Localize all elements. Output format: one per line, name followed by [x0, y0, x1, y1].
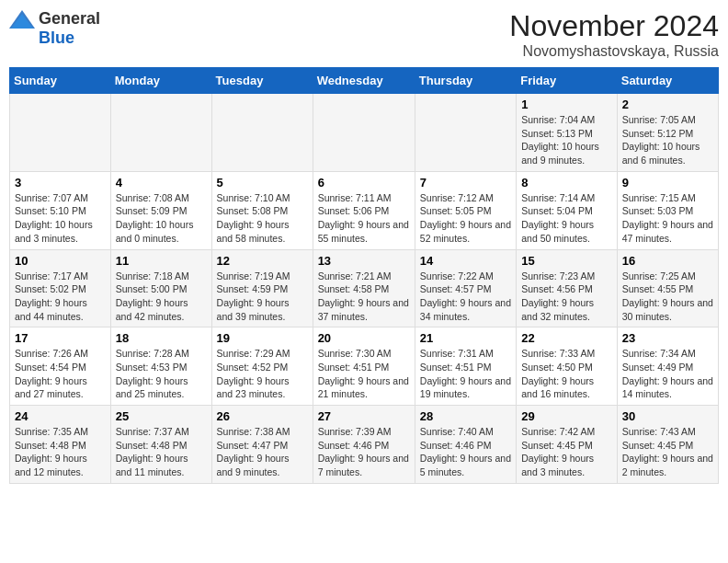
day-info: Sunrise: 7:22 AM Sunset: 4:57 PM Dayligh… — [420, 270, 511, 324]
calendar-cell-33: 29Sunrise: 7:42 AM Sunset: 4:45 PM Dayli… — [517, 406, 618, 484]
calendar-header-wednesday: Wednesday — [313, 68, 415, 94]
day-number: 18 — [116, 331, 207, 345]
calendar-cell-1 — [110, 94, 211, 172]
day-info: Sunrise: 7:07 AM Sunset: 5:10 PM Dayligh… — [15, 191, 106, 246]
day-number: 14 — [420, 254, 511, 268]
day-info: Sunrise: 7:34 AM Sunset: 4:49 PM Dayligh… — [622, 347, 713, 401]
calendar-cell-4 — [415, 94, 516, 172]
day-number: 22 — [521, 331, 612, 345]
day-number: 16 — [622, 254, 713, 268]
calendar-header-tuesday: Tuesday — [211, 68, 313, 94]
day-number: 5 — [217, 176, 308, 190]
calendar-cell-2 — [211, 94, 313, 172]
day-number: 11 — [116, 254, 207, 268]
location-subtitle: Novomyshastovskaya, Russia — [509, 43, 719, 60]
day-info: Sunrise: 7:38 AM Sunset: 4:47 PM Dayligh… — [217, 425, 308, 479]
day-info: Sunrise: 7:05 AM Sunset: 5:12 PM Dayligh… — [622, 113, 713, 167]
day-info: Sunrise: 7:26 AM Sunset: 4:54 PM Dayligh… — [15, 347, 106, 401]
calendar-cell-32: 28Sunrise: 7:40 AM Sunset: 4:46 PM Dayli… — [415, 406, 516, 484]
day-info: Sunrise: 7:11 AM Sunset: 5:06 PM Dayligh… — [318, 191, 410, 246]
calendar-cell-0 — [10, 94, 111, 172]
day-number: 23 — [622, 331, 713, 345]
day-info: Sunrise: 7:40 AM Sunset: 4:46 PM Dayligh… — [420, 425, 511, 479]
day-info: Sunrise: 7:28 AM Sunset: 4:53 PM Dayligh… — [116, 347, 207, 401]
day-info: Sunrise: 7:35 AM Sunset: 4:48 PM Dayligh… — [15, 425, 106, 479]
calendar-cell-24: 20Sunrise: 7:30 AM Sunset: 4:51 PM Dayli… — [313, 327, 415, 406]
calendar-cell-34: 30Sunrise: 7:43 AM Sunset: 4:45 PM Dayli… — [617, 406, 718, 484]
logo-icon — [9, 10, 35, 29]
day-number: 17 — [15, 331, 106, 345]
calendar-cell-28: 24Sunrise: 7:35 AM Sunset: 4:48 PM Dayli… — [10, 406, 111, 484]
day-info: Sunrise: 7:25 AM Sunset: 4:55 PM Dayligh… — [622, 270, 713, 324]
calendar-cell-18: 14Sunrise: 7:22 AM Sunset: 4:57 PM Dayli… — [415, 249, 516, 327]
day-number: 6 — [318, 176, 410, 190]
calendar-cell-19: 15Sunrise: 7:23 AM Sunset: 4:56 PM Dayli… — [517, 249, 618, 327]
day-number: 21 — [420, 331, 511, 345]
calendar-cell-23: 19Sunrise: 7:29 AM Sunset: 4:52 PM Dayli… — [211, 327, 313, 406]
calendar-cell-13: 9Sunrise: 7:15 AM Sunset: 5:03 PM Daylig… — [617, 171, 718, 249]
day-info: Sunrise: 7:12 AM Sunset: 5:05 PM Dayligh… — [420, 191, 511, 246]
calendar-cell-7: 3Sunrise: 7:07 AM Sunset: 5:10 PM Daylig… — [10, 171, 111, 249]
logo-general-text: General — [39, 9, 100, 29]
day-number: 2 — [622, 98, 713, 111]
calendar-cell-26: 22Sunrise: 7:33 AM Sunset: 4:50 PM Dayli… — [517, 327, 618, 406]
calendar-cell-16: 12Sunrise: 7:19 AM Sunset: 4:59 PM Dayli… — [211, 249, 313, 327]
day-number: 13 — [318, 254, 410, 268]
day-info: Sunrise: 7:04 AM Sunset: 5:13 PM Dayligh… — [521, 113, 612, 167]
calendar-cell-31: 27Sunrise: 7:39 AM Sunset: 4:46 PM Dayli… — [313, 406, 415, 484]
calendar-cell-30: 26Sunrise: 7:38 AM Sunset: 4:47 PM Dayli… — [211, 406, 313, 484]
calendar-cell-10: 6Sunrise: 7:11 AM Sunset: 5:06 PM Daylig… — [313, 171, 415, 249]
day-number: 9 — [622, 176, 713, 190]
day-info: Sunrise: 7:42 AM Sunset: 4:45 PM Dayligh… — [521, 425, 612, 479]
calendar-header-monday: Monday — [110, 68, 211, 94]
calendar-header-friday: Friday — [517, 68, 618, 94]
title-section: November 2024 Novomyshastovskaya, Russia — [509, 9, 719, 60]
day-info: Sunrise: 7:39 AM Sunset: 4:46 PM Dayligh… — [318, 425, 410, 479]
day-number: 15 — [521, 254, 612, 268]
calendar-cell-29: 25Sunrise: 7:37 AM Sunset: 4:48 PM Dayli… — [110, 406, 211, 484]
calendar-header-row: SundayMondayTuesdayWednesdayThursdayFrid… — [10, 68, 719, 94]
calendar-header-thursday: Thursday — [415, 68, 516, 94]
logo: General Blue — [9, 9, 100, 48]
calendar-week-row-5: 24Sunrise: 7:35 AM Sunset: 4:48 PM Dayli… — [10, 406, 719, 484]
calendar-cell-15: 11Sunrise: 7:18 AM Sunset: 5:00 PM Dayli… — [110, 249, 211, 327]
calendar-week-row-4: 17Sunrise: 7:26 AM Sunset: 4:54 PM Dayli… — [10, 327, 719, 406]
day-number: 30 — [622, 409, 713, 423]
calendar-cell-14: 10Sunrise: 7:17 AM Sunset: 5:02 PM Dayli… — [10, 249, 111, 327]
day-info: Sunrise: 7:37 AM Sunset: 4:48 PM Dayligh… — [116, 425, 207, 479]
day-number: 26 — [217, 409, 308, 423]
day-info: Sunrise: 7:33 AM Sunset: 4:50 PM Dayligh… — [521, 347, 612, 401]
calendar-cell-8: 4Sunrise: 7:08 AM Sunset: 5:09 PM Daylig… — [110, 171, 211, 249]
calendar-cell-3 — [313, 94, 415, 172]
day-info: Sunrise: 7:30 AM Sunset: 4:51 PM Dayligh… — [318, 347, 410, 401]
calendar-cell-25: 21Sunrise: 7:31 AM Sunset: 4:51 PM Dayli… — [415, 327, 516, 406]
day-number: 1 — [521, 98, 612, 111]
day-info: Sunrise: 7:17 AM Sunset: 5:02 PM Dayligh… — [15, 270, 106, 324]
day-number: 25 — [116, 409, 207, 423]
day-info: Sunrise: 7:08 AM Sunset: 5:09 PM Dayligh… — [116, 191, 207, 246]
day-number: 27 — [318, 409, 410, 423]
day-info: Sunrise: 7:14 AM Sunset: 5:04 PM Dayligh… — [521, 191, 612, 246]
day-number: 7 — [420, 176, 511, 190]
day-number: 28 — [420, 409, 511, 423]
calendar-cell-5: 1Sunrise: 7:04 AM Sunset: 5:13 PM Daylig… — [517, 94, 618, 172]
day-info: Sunrise: 7:19 AM Sunset: 4:59 PM Dayligh… — [217, 270, 308, 324]
day-number: 20 — [318, 331, 410, 345]
calendar-cell-6: 2Sunrise: 7:05 AM Sunset: 5:12 PM Daylig… — [617, 94, 718, 172]
day-number: 24 — [15, 409, 106, 423]
day-info: Sunrise: 7:43 AM Sunset: 4:45 PM Dayligh… — [622, 425, 713, 479]
day-info: Sunrise: 7:18 AM Sunset: 5:00 PM Dayligh… — [116, 270, 207, 324]
calendar-cell-9: 5Sunrise: 7:10 AM Sunset: 5:08 PM Daylig… — [211, 171, 313, 249]
day-number: 4 — [116, 176, 207, 190]
calendar-table: SundayMondayTuesdayWednesdayThursdayFrid… — [9, 67, 719, 484]
day-number: 12 — [217, 254, 308, 268]
day-info: Sunrise: 7:21 AM Sunset: 4:58 PM Dayligh… — [318, 270, 410, 324]
logo-blue-text: Blue — [39, 29, 74, 48]
day-info: Sunrise: 7:23 AM Sunset: 4:56 PM Dayligh… — [521, 270, 612, 324]
day-number: 10 — [15, 254, 106, 268]
calendar-cell-17: 13Sunrise: 7:21 AM Sunset: 4:58 PM Dayli… — [313, 249, 415, 327]
calendar-week-row-1: 1Sunrise: 7:04 AM Sunset: 5:13 PM Daylig… — [10, 94, 719, 172]
calendar-week-row-3: 10Sunrise: 7:17 AM Sunset: 5:02 PM Dayli… — [10, 249, 719, 327]
calendar-cell-21: 17Sunrise: 7:26 AM Sunset: 4:54 PM Dayli… — [10, 327, 111, 406]
day-number: 3 — [15, 176, 106, 190]
